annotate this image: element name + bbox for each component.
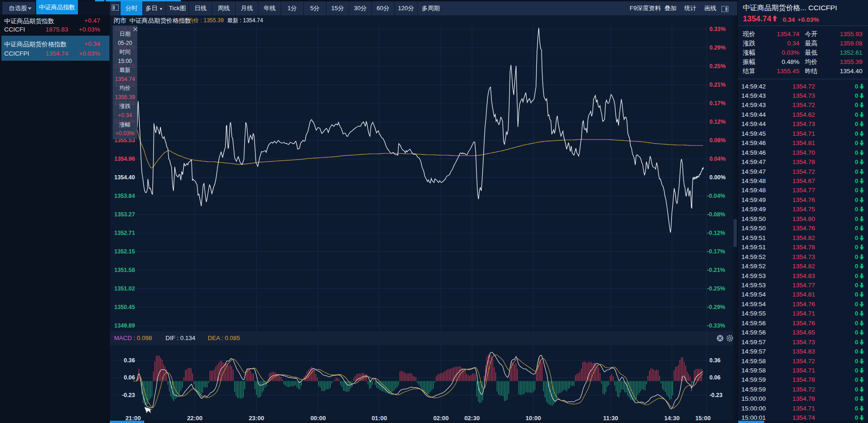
- svg-text:0.36: 0.36: [124, 357, 135, 364]
- svg-text:最新: 最新: [120, 67, 131, 73]
- svg-text:0.33%: 0.33%: [709, 26, 726, 32]
- svg-text:0.21%: 0.21%: [709, 82, 726, 88]
- svg-text:时间: 时间: [120, 49, 131, 55]
- svg-text:1353.27: 1353.27: [115, 211, 135, 218]
- svg-text:-0.23: -0.23: [122, 392, 135, 398]
- svg-text:DIF : 0.134: DIF : 0.134: [166, 335, 195, 341]
- svg-text:1351.58: 1351.58: [115, 267, 135, 273]
- svg-text:1354.74: 1354.74: [115, 76, 135, 82]
- svg-text:均价: 均价: [119, 85, 131, 91]
- svg-text:日期: 日期: [120, 31, 131, 37]
- svg-text:-0.21%: -0.21%: [707, 267, 725, 273]
- svg-text:1353.84: 1353.84: [115, 193, 135, 199]
- svg-text:均价 : 1355.39: 均价 : 1355.39: [187, 17, 224, 24]
- svg-text:DEA : 0.085: DEA : 0.085: [208, 335, 240, 341]
- svg-text:-0.25%: -0.25%: [707, 285, 725, 292]
- svg-text:05-20: 05-20: [118, 40, 132, 46]
- svg-text:1354.40: 1354.40: [115, 174, 135, 181]
- svg-text:15:00: 15:00: [118, 58, 132, 64]
- svg-text:0.00%: 0.00%: [709, 174, 726, 181]
- svg-text:-0.12%: -0.12%: [707, 230, 725, 236]
- svg-text:0.04%: 0.04%: [709, 156, 726, 162]
- svg-text:0.17%: 0.17%: [709, 100, 726, 107]
- svg-text:1355.39: 1355.39: [115, 94, 135, 101]
- svg-text:涨幅: 涨幅: [119, 121, 131, 128]
- svg-text:1352.15: 1352.15: [115, 248, 135, 255]
- svg-text:1351.02: 1351.02: [115, 285, 135, 292]
- svg-text:-0.23: -0.23: [709, 392, 722, 398]
- svg-text:1354.96: 1354.96: [115, 156, 135, 162]
- svg-text:-0.29%: -0.29%: [707, 304, 725, 310]
- svg-text:最新 : 1354.74: 最新 : 1354.74: [227, 17, 263, 24]
- svg-text:中证商品期货价格指数: 中证商品期货价格指数: [129, 17, 191, 24]
- svg-text:-0.17%: -0.17%: [707, 248, 725, 255]
- svg-text:0.08%: 0.08%: [709, 137, 726, 144]
- svg-text:1349.89: 1349.89: [115, 322, 135, 329]
- svg-text:1350.45: 1350.45: [115, 304, 135, 310]
- svg-text:-0.04%: -0.04%: [707, 193, 725, 199]
- svg-text:0.29%: 0.29%: [709, 44, 726, 51]
- svg-text:+0.03%: +0.03%: [115, 130, 134, 137]
- svg-text:0.06: 0.06: [709, 374, 721, 381]
- svg-text:0.06: 0.06: [124, 374, 135, 381]
- svg-text:1352.71: 1352.71: [115, 230, 135, 236]
- svg-text:闭市: 闭市: [114, 17, 127, 24]
- svg-text:+0.34: +0.34: [118, 112, 132, 119]
- svg-text:0.12%: 0.12%: [709, 119, 726, 125]
- svg-text:MACD : 0.098: MACD : 0.098: [114, 335, 152, 341]
- svg-text:涨跌: 涨跌: [119, 103, 131, 109]
- svg-text:0.25%: 0.25%: [709, 63, 726, 69]
- svg-text:-0.08%: -0.08%: [707, 211, 725, 218]
- svg-text:0.36: 0.36: [709, 357, 721, 364]
- svg-text:-0.33%: -0.33%: [707, 322, 725, 329]
